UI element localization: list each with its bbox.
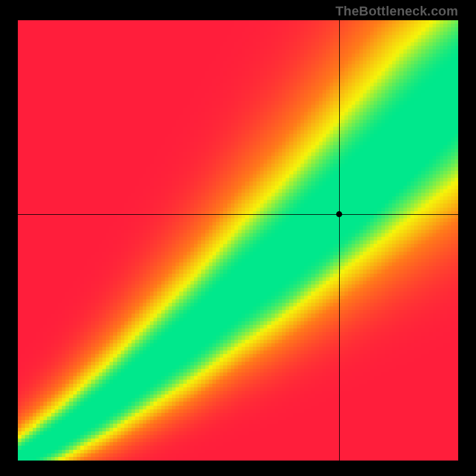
marker-dot xyxy=(336,211,342,217)
chart-frame: TheBottleneck.com xyxy=(0,0,476,476)
crosshair-vertical xyxy=(339,20,340,461)
crosshair-horizontal xyxy=(18,214,458,215)
heatmap-canvas xyxy=(18,20,458,461)
attribution-text: TheBottleneck.com xyxy=(336,4,458,19)
plot-area xyxy=(18,20,458,461)
